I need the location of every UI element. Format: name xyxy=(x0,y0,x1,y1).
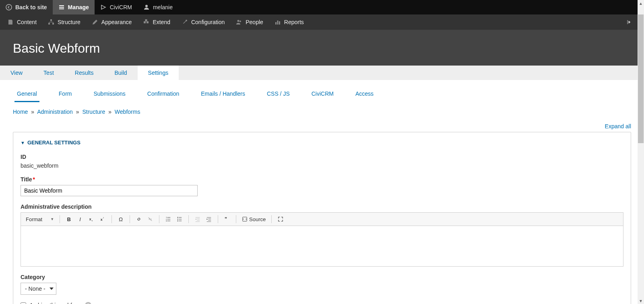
content-icon xyxy=(7,19,14,25)
scroll-down-icon[interactable]: ▼ xyxy=(638,298,644,304)
nav-appearance[interactable]: Appearance xyxy=(86,14,138,30)
unlink-button[interactable] xyxy=(145,214,155,224)
civicrm-button[interactable]: CiviCRM xyxy=(95,0,138,14)
chevron-down-icon: ▼ xyxy=(50,217,54,221)
subscript-button[interactable]: x₂ xyxy=(87,214,96,224)
user-label: melanie xyxy=(153,4,173,10)
manage-button[interactable]: Manage xyxy=(53,0,95,14)
rich-text-editor: Format ▼ B I x₂ x² Ω xyxy=(21,212,623,267)
svg-rect-4 xyxy=(52,23,54,25)
user-menu-button[interactable]: melanie xyxy=(138,0,178,14)
tab-test[interactable]: Test xyxy=(33,66,64,80)
general-settings-fieldset: ▼ GENERAL SETTINGS ID basic_webform Titl… xyxy=(13,132,631,304)
indent-button[interactable] xyxy=(204,214,214,224)
nav-configuration-label: Configuration xyxy=(191,19,225,25)
tab-results[interactable]: Results xyxy=(64,66,104,80)
hamburger-icon xyxy=(58,4,65,10)
nav-content-label: Content xyxy=(17,19,37,25)
extend-icon xyxy=(143,19,149,25)
nav-appearance-label: Appearance xyxy=(101,19,132,25)
svg-point-22 xyxy=(178,220,178,221)
outdent-button[interactable] xyxy=(193,214,202,224)
svg-text:”: ” xyxy=(225,216,227,222)
svg-point-0 xyxy=(6,4,12,10)
subtab-confirmation[interactable]: Confirmation xyxy=(145,87,182,102)
breadcrumb-structure[interactable]: Structure xyxy=(82,109,105,115)
back-to-site-button[interactable]: Back to site xyxy=(0,0,53,14)
svg-point-1 xyxy=(145,5,148,7)
superscript-button[interactable]: x² xyxy=(98,214,107,224)
nav-content[interactable]: Content xyxy=(2,14,42,30)
back-to-site-label: Back to site xyxy=(15,4,47,10)
svg-rect-2 xyxy=(50,19,52,21)
nav-reports[interactable]: Reports xyxy=(269,14,310,30)
expand-all-link[interactable]: Expand all xyxy=(605,123,631,129)
format-dropdown[interactable]: Format ▼ xyxy=(24,214,58,224)
title-label: Title* xyxy=(21,176,623,183)
admin-desc-label: Administrative description xyxy=(21,203,623,210)
nav-structure[interactable]: Structure xyxy=(42,14,86,30)
id-value: basic_webform xyxy=(21,162,623,169)
subtab-civicrm[interactable]: CiviCRM xyxy=(309,87,336,102)
required-indicator: * xyxy=(33,176,35,183)
blockquote-button[interactable]: ” xyxy=(222,214,232,224)
appearance-icon xyxy=(92,19,98,25)
chevron-down-icon xyxy=(50,288,54,290)
tab-settings[interactable]: Settings xyxy=(138,66,179,80)
svg-point-8 xyxy=(237,20,239,22)
nav-people[interactable]: People xyxy=(230,14,269,30)
italic-button[interactable]: I xyxy=(75,214,85,224)
editor-content[interactable] xyxy=(21,226,623,266)
numbered-list-button[interactable]: 123 xyxy=(163,214,173,224)
title-input[interactable] xyxy=(21,185,198,196)
breadcrumb-webforms[interactable]: Webforms xyxy=(115,109,140,115)
subtab-form[interactable]: Form xyxy=(56,87,74,102)
svg-point-21 xyxy=(178,219,178,220)
scrollbar[interactable]: ▲ ▼ xyxy=(638,0,644,304)
subtab-submissions[interactable]: Submissions xyxy=(91,87,128,102)
subtab-access[interactable]: Access xyxy=(353,87,376,102)
nav-extend[interactable]: Extend xyxy=(137,14,176,30)
svg-point-20 xyxy=(178,217,178,218)
specialchar-button[interactable]: Ω xyxy=(116,214,126,224)
breadcrumb-home[interactable]: Home xyxy=(13,109,28,115)
category-select[interactable]: - None - xyxy=(21,283,56,295)
svg-rect-3 xyxy=(48,23,50,25)
svg-point-9 xyxy=(239,21,241,22)
maximize-button[interactable] xyxy=(276,214,285,224)
svg-rect-6 xyxy=(147,21,149,23)
svg-rect-24 xyxy=(243,217,247,222)
nav-extend-label: Extend xyxy=(153,19,170,25)
bullet-list-button[interactable] xyxy=(175,214,184,224)
svg-text:x: x xyxy=(101,218,103,222)
bold-button[interactable]: B xyxy=(64,214,74,224)
subtab-emails[interactable]: Emails / Handlers xyxy=(198,87,248,102)
general-settings-legend[interactable]: ▼ GENERAL SETTINGS xyxy=(21,140,623,146)
archive-checkbox[interactable] xyxy=(21,302,26,304)
nav-structure-label: Structure xyxy=(58,19,80,25)
breadcrumb: Home » Administration » Structure » Webf… xyxy=(0,102,644,115)
svg-rect-5 xyxy=(144,21,146,23)
page-title: Basic Webform xyxy=(13,41,631,56)
breadcrumb-admin[interactable]: Administration xyxy=(37,109,73,115)
tab-build[interactable]: Build xyxy=(104,66,137,80)
manage-label: Manage xyxy=(68,4,89,10)
help-icon[interactable]: ? xyxy=(85,302,91,304)
editor-toolbar: Format ▼ B I x₂ x² Ω xyxy=(21,213,623,226)
archive-label: Archive this webform xyxy=(29,302,82,304)
scroll-up-icon[interactable]: ▲ xyxy=(638,0,644,6)
tab-view[interactable]: View xyxy=(0,66,33,80)
svg-rect-11 xyxy=(277,21,278,25)
link-button[interactable] xyxy=(134,214,144,224)
scroll-thumb[interactable] xyxy=(638,14,644,143)
nav-people-label: People xyxy=(246,19,263,25)
collapse-icon xyxy=(626,19,633,25)
svg-text:²: ² xyxy=(103,217,104,219)
svg-rect-12 xyxy=(279,21,280,25)
nav-reports-label: Reports xyxy=(284,19,304,25)
nav-configuration[interactable]: Configuration xyxy=(176,14,230,30)
subtab-general[interactable]: General xyxy=(14,87,39,102)
source-button[interactable]: Source xyxy=(240,216,267,222)
id-label: ID xyxy=(21,154,623,160)
subtab-cssjs[interactable]: CSS / JS xyxy=(264,87,292,102)
